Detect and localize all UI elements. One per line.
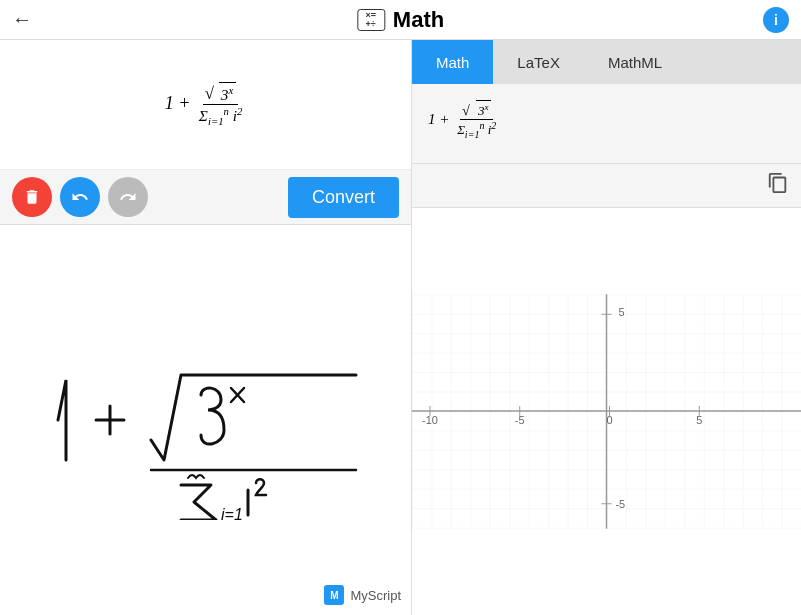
result-formula: 1 + 3x Σi=1n i2	[428, 100, 500, 140]
svg-text:-5: -5	[615, 498, 625, 510]
info-button[interactable]: i	[763, 7, 789, 33]
main-content: 1 + 3x Σi=1n i2	[0, 40, 801, 615]
back-button[interactable]: ←	[12, 8, 32, 31]
output-tabs: Math LaTeX MathML	[412, 40, 801, 84]
math-formula-icon: ×=+÷	[357, 9, 385, 31]
undo-button[interactable]	[60, 177, 100, 217]
myscript-watermark: M MyScript	[324, 585, 401, 605]
tab-mathml[interactable]: MathML	[584, 40, 686, 84]
copy-button[interactable]	[767, 172, 789, 199]
redo-button[interactable]	[108, 177, 148, 217]
formula-preview: 1 + 3x Σi=1n i2	[0, 40, 411, 170]
delete-button[interactable]	[12, 177, 52, 217]
preview-formula: 1 + 3x Σi=1n i2	[165, 82, 247, 127]
header-center: ×=+÷ Math	[357, 7, 444, 33]
graph-area: -10 -5 0 5 5 -5	[412, 208, 801, 615]
tab-latex[interactable]: LaTeX	[493, 40, 584, 84]
svg-text:i=1: i=1	[221, 506, 243, 520]
app-title: Math	[393, 7, 444, 33]
copy-area	[412, 164, 801, 208]
graph-svg: -10 -5 0 5 5 -5	[412, 208, 801, 615]
svg-text:5: 5	[618, 306, 624, 318]
tab-math[interactable]: Math	[412, 40, 493, 84]
handwriting-canvas[interactable]: i=1 M MyScript	[0, 225, 411, 615]
right-panel: Math LaTeX MathML 1 + 3x Σi=1n i2	[412, 40, 801, 615]
convert-button[interactable]: Convert	[288, 177, 399, 218]
handwriting-svg: i=1	[16, 320, 396, 520]
result-display: 1 + 3x Σi=1n i2	[412, 84, 801, 164]
myscript-text: MyScript	[350, 588, 401, 603]
myscript-logo: M	[324, 585, 344, 605]
app-header: ← ×=+÷ Math i	[0, 0, 801, 40]
editor-toolbar: Convert	[0, 170, 411, 225]
left-panel: 1 + 3x Σi=1n i2	[0, 40, 412, 615]
